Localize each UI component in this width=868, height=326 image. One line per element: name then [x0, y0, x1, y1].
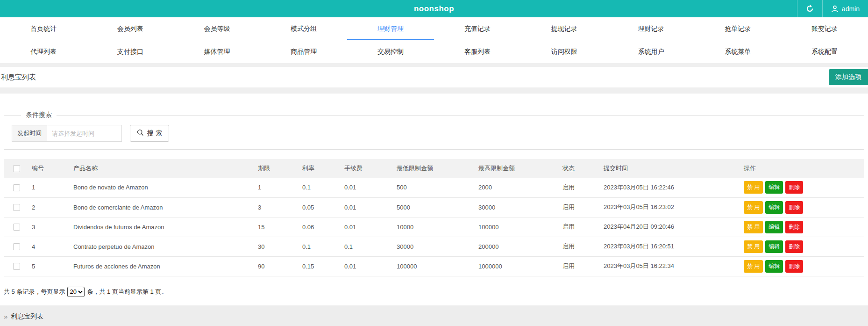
disable-button[interactable]: 禁 用 [744, 221, 763, 233]
nav-tab[interactable]: 提现记录 [521, 17, 608, 40]
nav-tab[interactable]: 理财记录 [608, 17, 695, 40]
nav-tab[interactable]: 会员列表 [87, 17, 174, 40]
cell-status: 启用 [557, 178, 598, 197]
nav-tab-label: 商品管理 [291, 48, 317, 56]
user-icon [831, 5, 839, 13]
page-size-select[interactable]: 20 [67, 287, 85, 297]
refresh-button[interactable] [797, 0, 822, 17]
nav-tab-label: 账变记录 [811, 25, 838, 33]
cell-rate: 0.1 [297, 178, 339, 197]
delete-button[interactable]: 删除 [785, 260, 803, 273]
row-checkbox[interactable] [13, 204, 20, 211]
delete-button[interactable]: 删除 [785, 221, 803, 233]
search-fieldset: 条件搜索 发起时间 搜 索 [4, 111, 864, 150]
cell-actions: 禁 用编辑删除 [738, 256, 864, 276]
cell-status: 启用 [557, 217, 598, 237]
cell-min: 100000 [391, 256, 473, 276]
add-option-button[interactable]: 添加选项 [829, 69, 868, 85]
cell-min: 10000 [391, 217, 473, 237]
disable-button[interactable]: 禁 用 [744, 260, 763, 273]
table-row: 4Contrato perpetuo de Amazon300.10.13000… [4, 237, 864, 256]
nav-tab-label: 系统配置 [811, 48, 838, 56]
cell-id: 3 [23, 217, 68, 237]
nav-tab[interactable]: 系统配置 [781, 40, 868, 63]
nav-tab[interactable]: 充值记录 [434, 17, 521, 40]
nav-tab[interactable]: 理财管理 [347, 17, 434, 40]
cell-name: Dividendos de futuros de Amazon [68, 217, 252, 237]
cell-id: 5 [23, 256, 68, 276]
topbar-controls: admin [797, 0, 868, 17]
table-row: 3Dividendos de futuros de Amazon150.060.… [4, 217, 864, 237]
pagination: 共 5 条记录，每页显示 20 条，共 1 页当前显示第 1 页。 [4, 287, 864, 297]
nav-tab[interactable]: 系统菜单 [694, 40, 781, 63]
cell-status: 启用 [557, 197, 598, 217]
edit-button[interactable]: 编辑 [765, 181, 783, 194]
cell-actions: 禁 用编辑删除 [738, 217, 864, 237]
disable-button[interactable]: 禁 用 [744, 181, 763, 194]
cell-id: 4 [23, 237, 68, 256]
nav-tab[interactable]: 商品管理 [260, 40, 347, 63]
edit-button[interactable]: 编辑 [765, 240, 783, 253]
nav-tab-label: 客服列表 [464, 48, 491, 56]
col-header-actions: 操作 [738, 159, 864, 178]
breadcrumb-chevrons-icon: » [4, 312, 7, 320]
cell-term: 90 [252, 256, 297, 276]
nav-tab[interactable]: 会员等级 [174, 17, 261, 40]
nav-tab[interactable]: 支付接口 [87, 40, 174, 63]
disable-button[interactable]: 禁 用 [744, 201, 763, 214]
nav-tab[interactable]: 代理列表 [0, 40, 87, 63]
nav-tab[interactable]: 模式分组 [260, 17, 347, 40]
delete-button[interactable]: 删除 [785, 240, 803, 253]
nav-tab-label: 理财管理 [377, 25, 404, 33]
cell-min: 30000 [391, 237, 473, 256]
nav-tab[interactable]: 账变记录 [781, 17, 868, 40]
cell-max: 100000 [473, 217, 557, 237]
cell-max: 2000 [473, 178, 557, 197]
search-button-label: 搜 索 [147, 129, 162, 138]
cell-max: 30000 [473, 197, 557, 217]
select-all-checkbox[interactable] [13, 165, 20, 172]
start-time-input[interactable] [47, 125, 122, 142]
cell-rate: 0.1 [297, 237, 339, 256]
row-checkbox[interactable] [13, 243, 20, 250]
cell-time: 2023年03月05日 16:23:02 [598, 197, 738, 217]
nav-tab[interactable]: 媒体管理 [174, 40, 261, 63]
footer-breadcrumb-bar: » 利息宝列表 [0, 305, 868, 326]
col-header-max: 最高限制金额 [473, 159, 557, 178]
nav-tab[interactable]: 访问权限 [521, 40, 608, 63]
nav-tab[interactable]: 首页统计 [0, 17, 87, 40]
pagination-suffix: 条，共 1 页当前显示第 1 页。 [87, 288, 167, 296]
edit-button[interactable]: 编辑 [765, 221, 783, 233]
nav-tab[interactable]: 系统用户 [608, 40, 695, 63]
table-row: 5Futuros de acciones de Amazon900.150.01… [4, 256, 864, 276]
nav-tab[interactable]: 抢单记录 [694, 17, 781, 40]
user-menu[interactable]: admin [822, 0, 868, 17]
cell-actions: 禁 用编辑删除 [738, 197, 864, 217]
nav-tab-label: 首页统计 [30, 25, 57, 33]
delete-button[interactable]: 删除 [785, 201, 803, 214]
cell-fee: 0.01 [339, 217, 391, 237]
search-icon [137, 129, 144, 138]
nav-tab[interactable]: 交易控制 [347, 40, 434, 63]
cell-rate: 0.15 [297, 256, 339, 276]
disable-button[interactable]: 禁 用 [744, 240, 763, 253]
nav-row-2: 代理列表支付接口媒体管理商品管理交易控制客服列表访问权限系统用户系统菜单系统配置 [0, 40, 868, 63]
cell-term: 1 [252, 178, 297, 197]
page-title: 利息宝列表 [0, 73, 36, 82]
cell-rate: 0.06 [297, 217, 339, 237]
cell-id: 2 [23, 197, 68, 217]
nav-tab-label: 系统菜单 [725, 48, 751, 56]
pagination-prefix: 共 5 条记录，每页显示 [4, 288, 65, 296]
row-checkbox[interactable] [13, 224, 20, 231]
search-button[interactable]: 搜 索 [130, 125, 169, 142]
edit-button[interactable]: 编辑 [765, 201, 783, 214]
row-checkbox[interactable] [13, 263, 20, 270]
col-header-status: 状态 [557, 159, 598, 178]
nav-tab[interactable]: 客服列表 [434, 40, 521, 63]
row-checkbox[interactable] [13, 184, 20, 191]
edit-button[interactable]: 编辑 [765, 260, 783, 273]
col-header-time: 提交时间 [598, 159, 738, 178]
cell-id: 1 [23, 178, 68, 197]
breadcrumb-label: 利息宝列表 [11, 312, 43, 321]
delete-button[interactable]: 删除 [785, 181, 803, 194]
